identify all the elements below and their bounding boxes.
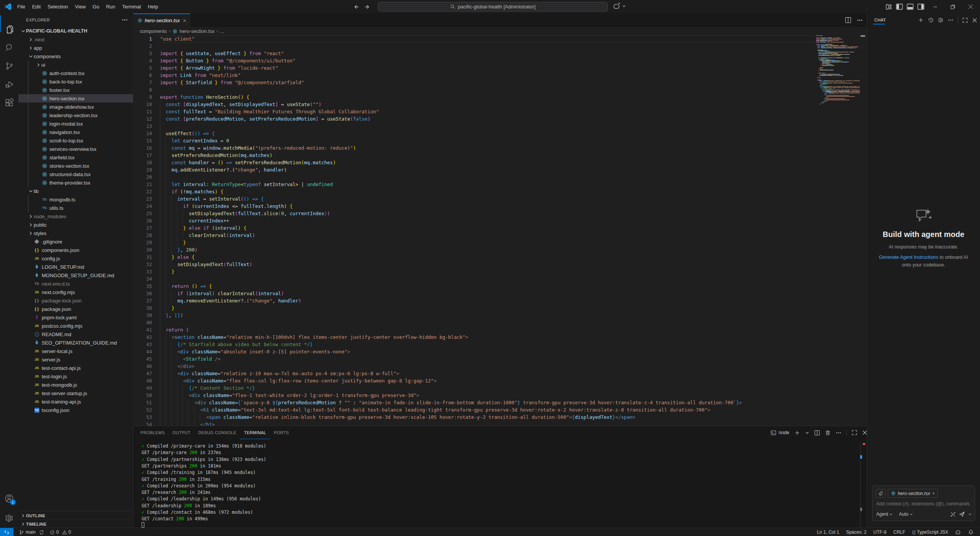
source-control-icon[interactable] [0, 57, 18, 75]
window-minimize-button[interactable] [926, 0, 944, 13]
tree-item-config.js[interactable]: JSconfig.js [18, 254, 133, 263]
code-line-29[interactable]: } [160, 239, 186, 246]
tree-item-starfield.tsx[interactable]: starfield.tsx [18, 153, 133, 162]
window-close-button[interactable] [962, 0, 979, 13]
breadcrumb-symbol[interactable]: ... [220, 28, 224, 34]
terminal-shell-item[interactable]: node [771, 430, 789, 436]
encoding-item[interactable]: UTF-8 [870, 528, 890, 536]
code-line-17[interactable]: setPrefersReducedMotion(mq.matches) [160, 152, 273, 159]
terminal-scrollbar-thumb[interactable] [860, 508, 862, 511]
chat-tools-icon[interactable] [950, 511, 956, 517]
code-line-47[interactable]: <div className="relative z-10 max-w-7xl … [160, 370, 399, 377]
code-line-18[interactable]: const handler = () => setPrefersReducedM… [160, 159, 336, 166]
menu-run[interactable]: Run [103, 0, 119, 13]
tree-item-footer.tsx[interactable]: footer.tsx [18, 86, 133, 94]
panel-tab-problems[interactable]: PROBLEMS [137, 426, 169, 439]
code-line-6[interactable]: import Link from "next/link" [160, 72, 241, 79]
tree-item-mongodb.ts[interactable]: TSmongodb.ts [18, 195, 133, 204]
code-line-50[interactable]: <div className="flex-1 text-white order-… [160, 392, 419, 399]
tree-item-stories-section.tsx[interactable]: stories-section.tsx [18, 162, 133, 170]
attach-context-button[interactable] [875, 489, 885, 498]
tree-item-login-modal.tsx[interactable]: login-modal.tsx [18, 119, 133, 128]
code-line-5[interactable]: import { ArrowRight } from "lucide-react… [160, 64, 278, 72]
panel-more-actions-icon[interactable] [836, 430, 841, 436]
tree-item-tsconfig.json[interactable]: TStsconfig.json [18, 406, 133, 414]
code-line-25[interactable]: setDisplayedText(fullText.slice(0, curre… [160, 210, 330, 217]
minimap[interactable] [816, 35, 860, 426]
tree-item-hero-section.tsx[interactable]: hero-section.tsx [18, 94, 133, 103]
tree-item-components.json[interactable]: { }components.json [18, 246, 133, 254]
menu-go[interactable]: Go [89, 0, 103, 13]
code-line-11[interactable]: const fullText = "Building Healthier Fut… [160, 108, 379, 115]
new-terminal-icon[interactable] [794, 430, 800, 436]
tree-item-package-lock.json[interactable]: { }package-lock.json [18, 296, 133, 305]
tree-item-server.js[interactable]: JSserver.js [18, 355, 133, 364]
explorer-icon[interactable] [0, 20, 18, 38]
chat-more-actions-icon[interactable] [948, 17, 954, 23]
tree-item-public[interactable]: public [18, 221, 133, 229]
code-line-10[interactable]: const [displayedText, setDisplayedText] … [160, 101, 322, 108]
close-chat-icon[interactable] [972, 18, 977, 23]
git-branch-item[interactable]: main [17, 528, 46, 536]
eol-item[interactable]: CRLF [890, 528, 909, 536]
chat-settings-gear-icon[interactable] [938, 17, 944, 23]
tree-item-test-mongodb.js[interactable]: JStest-mongodb.js [18, 381, 133, 389]
code-line-41[interactable]: return ( [160, 326, 189, 333]
search-sidebar-icon[interactable] [0, 38, 18, 57]
code-line-15[interactable]: let currentIndex = 0 [160, 137, 229, 144]
code-line-53[interactable]: <span className="relative inline-block t… [160, 413, 635, 421]
extensions-icon[interactable] [0, 93, 18, 112]
tree-item-lib[interactable]: lib [18, 187, 133, 195]
panel-tab-terminal[interactable]: TERMINAL [240, 426, 270, 439]
code-line-39[interactable]: }, []) [160, 312, 183, 319]
code-line-49[interactable]: {/* Content Section */} [160, 384, 255, 392]
generate-agent-instructions-link[interactable]: Generate Agent Instructions [879, 255, 938, 260]
explorer-more-actions-icon[interactable] [122, 17, 128, 23]
code-line-9[interactable]: export function HeroSection() { [160, 93, 249, 101]
tree-item-test-training-api.js[interactable]: JStest-training-api.js [18, 397, 133, 406]
code-editor[interactable]: 1234567891011121314151617181920212223242… [134, 35, 867, 426]
tree-item-pnpm-lock.yaml[interactable]: !pnpm-lock.yaml [18, 313, 133, 322]
toggle-secondary-sidebar-icon[interactable] [917, 3, 924, 10]
tree-item-styles[interactable]: styles [18, 229, 133, 237]
code-line-3[interactable]: import { useState, useEffect } from "rea… [160, 50, 284, 57]
chat-model-dropdown[interactable]: Auto [899, 511, 913, 517]
tree-item-SEO_OPTIMIZATION_GUIDE.md[interactable]: SEO_OPTIMIZATION_GUIDE.md [18, 338, 133, 347]
tree-item-PACIFIC-GLOBAL-HEALTH[interactable]: PACIFIC-GLOBAL-HEALTH [18, 27, 133, 35]
nav-back-icon[interactable] [353, 4, 359, 10]
menu-edit[interactable]: Edit [29, 0, 44, 13]
copilot-menu[interactable] [613, 2, 626, 10]
menu-view[interactable]: View [72, 0, 89, 13]
tab-hero-section[interactable]: hero-section.tsx [134, 13, 190, 27]
tree-item-navigation.tsx[interactable]: navigation.tsx [18, 128, 133, 136]
toggle-panel-icon[interactable] [906, 3, 914, 10]
terminal-dropdown-icon[interactable] [805, 431, 809, 435]
code-line-44[interactable]: <div className="absolute inset-0 z-[5] p… [160, 348, 350, 355]
menu-selection[interactable]: Selection [44, 0, 71, 13]
panel-tab-ports[interactable]: PORTS [270, 426, 292, 439]
customize-layout-icon[interactable] [885, 3, 892, 10]
tree-item-app[interactable]: app [18, 44, 133, 52]
tree-item-test-login.js[interactable]: JStest-login.js [18, 372, 133, 381]
code-line-33[interactable]: } [160, 268, 175, 275]
settings-gear-icon[interactable] [0, 509, 18, 527]
tree-item-scroll-to-top.tsx[interactable]: scroll-to-top.tsx [18, 136, 133, 145]
tree-item-.gitignore[interactable]: .gitignore [18, 237, 133, 246]
maximize-chat-icon[interactable] [962, 18, 968, 23]
code-line-51[interactable]: <div className={`space-y-8 ${prefersRedu… [160, 399, 742, 406]
nav-forward-icon[interactable] [364, 4, 371, 10]
tree-item-server-local.js[interactable]: JSserver-local.js [18, 347, 133, 355]
code-line-46[interactable]: </div> [160, 363, 194, 370]
breadcrumb-file[interactable]: hero-section.tsx [180, 28, 215, 34]
code-line-19[interactable]: mq.addEventListener?.("change", handler) [160, 166, 287, 173]
tree-item-auth-context.tsx[interactable]: auth-context.tsx [18, 69, 133, 77]
chat-mode-dropdown[interactable]: Agent [876, 511, 893, 517]
code-line-37[interactable]: mq.removeEventListener?.("change", handl… [160, 297, 301, 304]
code-line-28[interactable]: clearInterval(interval) [160, 232, 255, 239]
new-chat-icon[interactable] [918, 17, 924, 23]
tree-item-next-env.d.ts[interactable]: TSnext-env.d.ts [18, 279, 133, 288]
chat-tab[interactable]: CHAT [874, 18, 886, 22]
tree-item-next.config.mjs[interactable]: JSnext.config.mjs [18, 288, 133, 296]
code-line-24[interactable]: if (currentIndex <= fullText.length) { [160, 203, 292, 210]
tree-item-theme-provider.tsx[interactable]: theme-provider.tsx [18, 178, 133, 187]
